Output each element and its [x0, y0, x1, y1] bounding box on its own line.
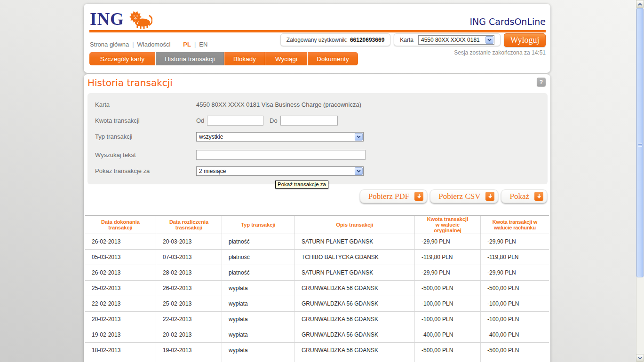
table-cell: 20-02-2013 [85, 312, 156, 327]
table-cell [222, 358, 294, 362]
tab-historia-transakcji[interactable]: Historia transakcji [156, 52, 224, 65]
chevron-down-icon[interactable] [485, 36, 493, 44]
table-header-row: Data dokonania transakcjiData rozliczeni… [85, 215, 549, 234]
nav-home-link[interactable]: Strona główna [90, 41, 129, 48]
table-body: 26-02-201320-03-2013płatnośćSATURN PLANE… [85, 234, 549, 362]
scroll-up-button[interactable] [636, 0, 644, 8]
table-cell: -100,00 PLN [480, 296, 549, 311]
table-cell [480, 358, 549, 362]
show-period-select[interactable]: 2 miesiące [196, 166, 364, 176]
table-cell: wypłata [222, 281, 294, 296]
table-cell: 26-02-2013 [156, 281, 222, 296]
table-row: 22-02-201325-02-2013wypłataGRUNWALDZKA 5… [85, 296, 549, 312]
table-row: 20-02-201322-02-2013wypłataGRUNWALDZKA 5… [85, 312, 549, 327]
nav-messages-link[interactable]: Wiadomości [137, 41, 171, 48]
filter-row-typ: Typ transakcji wszystkie [87, 132, 548, 142]
table-cell: -119,80 PLN [480, 250, 549, 265]
main-content-card: Historia transakcji ? Karta 4550 80XX XX… [84, 74, 550, 362]
table-cell: płatność [222, 250, 294, 265]
table-cell: -400,00 PLN [414, 327, 480, 342]
table-cell: 05-03-2013 [85, 250, 156, 265]
amount-from-label: Od [196, 117, 204, 124]
table-cell: -500,00 PLN [414, 281, 480, 296]
table-cell: TCHIBO BALTYCKA GDANSK [294, 250, 414, 265]
table-cell: -29,90 PLN [480, 265, 549, 280]
table-cell: 20-03-2013 [156, 234, 222, 249]
transaction-type-select[interactable]: wszystkie [196, 132, 364, 142]
table-cell: 26-02-2013 [85, 234, 156, 249]
card-select[interactable]: 4550 80XX XXXX 0181 [418, 35, 494, 45]
card-select-group: Karta 4550 80XX XXXX 0181 [394, 33, 501, 46]
header-card: ING ING CardsOnLine Strona główna|Wiadom… [84, 4, 550, 73]
column-header: Typ transakcji [222, 216, 294, 234]
table-row: 19-02-201320-02-2013wypłataGRUNWALDZKA 5… [85, 327, 549, 343]
table-cell: 22-02-2013 [156, 312, 222, 327]
table-cell: 20-02-2013 [156, 327, 222, 342]
table-row: 05-03-201307-03-2013płatnośćTCHIBO BALTY… [85, 250, 549, 265]
chevron-down-icon[interactable] [355, 167, 363, 175]
column-header: Data rozliczenia trasnsakcji [156, 216, 222, 234]
table-cell [414, 358, 480, 362]
table-cell: płatność [222, 234, 294, 249]
ing-logo-text: ING [90, 10, 124, 29]
ing-logo[interactable]: ING [90, 9, 152, 30]
orange-divider [89, 30, 546, 32]
vertical-scrollbar[interactable] [636, 0, 644, 362]
table-cell: -29,90 PLN [414, 265, 480, 280]
download-icon [414, 192, 423, 201]
download-pdf-button[interactable]: Pobierz PDF [360, 189, 427, 203]
table-cell [85, 358, 156, 362]
tab-wyci-gi[interactable]: Wyciągi [265, 52, 307, 65]
lang-pl[interactable]: PL [183, 41, 191, 48]
session-cluster: Zalogowany użytkownik: 66120693669 Karta… [280, 33, 546, 47]
table-cell: GRUNWALDZKA 56 GDANSK [294, 296, 414, 311]
table-cell: wypłata [222, 327, 294, 342]
tab-szczeg-y-karty[interactable]: Szczegóły karty [89, 52, 155, 65]
filter-row-szukaj: Wyszukaj tekst [87, 150, 548, 160]
help-button[interactable]: ? [537, 78, 546, 87]
filter-kwota-label: Kwota transakcji [95, 117, 140, 124]
table-cell: płatność [222, 265, 294, 280]
download-icon [534, 192, 543, 201]
table-cell: -29,90 PLN [480, 234, 549, 249]
show-period-label: Pokaż transakcje za [95, 167, 150, 174]
search-text-input[interactable] [196, 150, 366, 160]
filter-row-pokaz: Pokaż transakcje za 2 miesiące [87, 166, 548, 176]
session-timeout-note: Sesja zostanie zakończona za 14:51 [454, 49, 546, 56]
logged-user-label: Zalogowany użytkownik: [286, 37, 348, 43]
scroll-down-button[interactable] [636, 354, 644, 362]
table-cell: 25-02-2013 [156, 296, 222, 311]
table-cell: 22-02-2013 [85, 296, 156, 311]
filter-row-kwota: Kwota transakcji Od Do [87, 116, 548, 126]
download-csv-button[interactable]: Pobierz CSV [430, 189, 498, 203]
chevron-down-icon[interactable] [355, 133, 363, 141]
table-cell [156, 358, 222, 362]
search-text-label: Wyszukaj tekst [95, 151, 136, 158]
card-select-label: Karta [400, 37, 413, 43]
table-cell: 07-03-2013 [156, 250, 222, 265]
filter-row-karta: Karta 4550 80XX XXXX 0181 Visa Business … [87, 100, 548, 110]
table-row: 26-02-201320-03-2013płatnośćSATURN PLANE… [85, 234, 549, 250]
table-cell: -100,00 PLN [414, 312, 480, 327]
column-header: Kwota transakcji w walucie rachunku [480, 216, 549, 234]
filter-panel: Karta 4550 80XX XXXX 0181 Visa Business … [87, 93, 548, 184]
table-cell: GRUNWALDZKA 56 GDANSK [294, 343, 414, 358]
main-tabs: Szczegóły kartyHistoria transakcjiBlokad… [89, 52, 358, 65]
table-cell: -100,00 PLN [480, 312, 549, 327]
tab-dokumenty[interactable]: Dokumenty [308, 52, 358, 65]
table-cell: 26-02-2013 [85, 265, 156, 280]
table-cell: 28-02-2013 [156, 265, 222, 280]
scrollbar-thumb[interactable] [636, 8, 644, 277]
table-cell: 25-02-2013 [85, 281, 156, 296]
lang-en[interactable]: EN [199, 41, 207, 48]
amount-to-input[interactable] [280, 116, 338, 126]
show-button[interactable]: Pokaż [501, 189, 547, 203]
tab-blokady[interactable]: Blokady [224, 52, 265, 65]
amount-to-label: Do [270, 117, 278, 124]
table-cell: GRUNWALDZKA 56 GDANSK [294, 327, 414, 342]
column-header: Opis transakcji [294, 216, 414, 234]
logged-user-id: 66120693669 [350, 37, 384, 43]
logout-button[interactable]: Wyloguj [504, 33, 546, 47]
amount-from-input[interactable] [207, 116, 263, 126]
table-cell: GRUNWALDZKA 56 GDANSK [294, 312, 414, 327]
